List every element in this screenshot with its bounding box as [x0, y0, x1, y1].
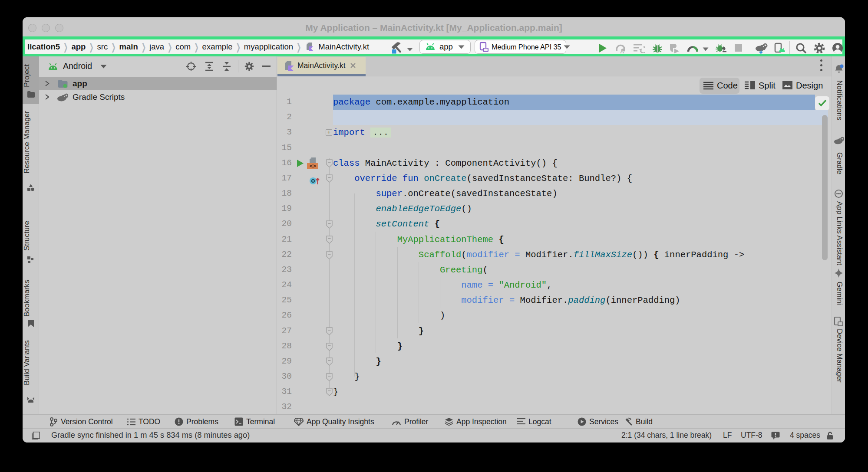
svg-text:A: A	[620, 48, 624, 54]
svg-text:<>: <>	[310, 163, 317, 169]
